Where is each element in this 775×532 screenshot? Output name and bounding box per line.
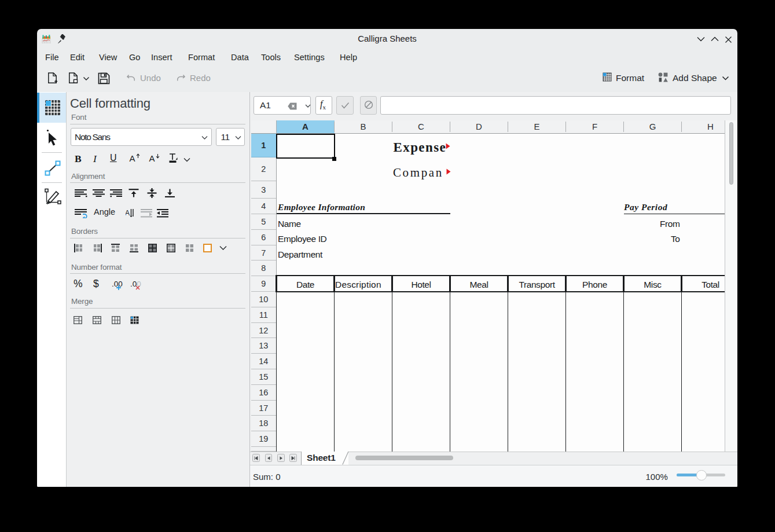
svg-text:A: A: [126, 209, 130, 217]
